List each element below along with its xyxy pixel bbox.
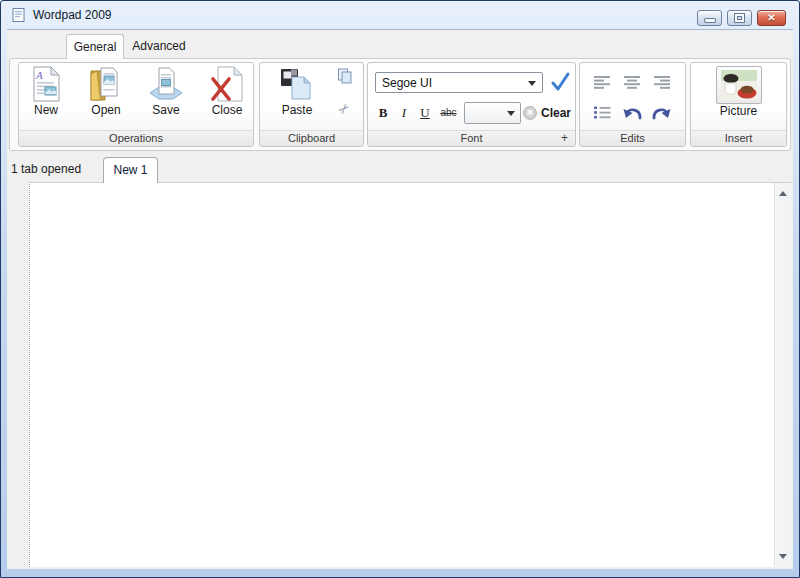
align-left-button[interactable] bbox=[591, 72, 615, 92]
editor-content[interactable] bbox=[30, 183, 774, 567]
group-edits: Edits bbox=[579, 62, 686, 147]
clear-format-button[interactable]: ✕ Clear bbox=[523, 102, 571, 124]
open-button-label: Open bbox=[81, 103, 131, 117]
scroll-up-icon bbox=[779, 191, 787, 196]
tab-advanced[interactable]: Advanced bbox=[128, 34, 190, 59]
redo-icon bbox=[651, 104, 673, 122]
picture-icon bbox=[716, 66, 762, 104]
close-document-button[interactable]: Close bbox=[202, 65, 252, 129]
font-dialog-launcher[interactable]: + bbox=[561, 131, 568, 146]
copy-icon bbox=[337, 68, 353, 84]
dropdown-arrow-icon bbox=[528, 81, 536, 86]
picture-button-label: Picture bbox=[710, 104, 768, 118]
scroll-down-button[interactable] bbox=[775, 549, 791, 564]
close-icon: ✕ bbox=[767, 11, 775, 25]
align-right-button[interactable] bbox=[650, 72, 674, 92]
align-center-button[interactable] bbox=[620, 72, 644, 92]
ribbon: A New bbox=[9, 58, 791, 151]
clear-format-label: Clear bbox=[541, 106, 571, 120]
group-label-operations: Operations bbox=[19, 130, 253, 146]
client-area: General Advanced A bbox=[7, 29, 793, 569]
group-label-edits: Edits bbox=[580, 130, 685, 146]
bullet-list-button[interactable] bbox=[591, 103, 615, 123]
paste-button-label: Paste bbox=[270, 103, 324, 117]
copy-button[interactable] bbox=[336, 68, 354, 86]
open-button[interactable]: Open bbox=[81, 65, 131, 129]
new-button-label: New bbox=[21, 103, 71, 117]
cut-button[interactable]: ✂ bbox=[335, 99, 353, 117]
editor-area bbox=[29, 182, 791, 567]
save-button-label: Save bbox=[141, 103, 191, 117]
group-clipboard: Paste ✂ Clipboard bbox=[259, 62, 364, 147]
window-title: Wordpad 2009 bbox=[33, 8, 112, 22]
paste-button[interactable]: Paste bbox=[270, 65, 324, 129]
underline-button[interactable]: U bbox=[415, 102, 435, 124]
titlebar: Wordpad 2009 ✕ bbox=[1, 1, 799, 29]
close-button-label: Close bbox=[202, 103, 252, 117]
group-label-font: Font bbox=[368, 130, 575, 146]
scroll-down-icon bbox=[779, 554, 787, 559]
bullet-list-icon bbox=[594, 106, 611, 119]
group-font: Segoe UI B I U abc ✕ Clear bbox=[367, 62, 576, 147]
font-family-value: Segoe UI bbox=[382, 76, 432, 90]
new-button[interactable]: A New bbox=[21, 65, 71, 129]
group-operations: A New bbox=[18, 62, 254, 147]
document-tab-new1[interactable]: New 1 bbox=[103, 157, 158, 183]
maximize-icon bbox=[735, 14, 744, 22]
scroll-up-button[interactable] bbox=[775, 186, 791, 201]
undo-icon bbox=[621, 104, 643, 122]
vertical-scrollbar[interactable] bbox=[774, 183, 791, 567]
italic-button[interactable]: I bbox=[394, 102, 414, 124]
undo-button[interactable] bbox=[620, 103, 644, 123]
align-right-icon bbox=[654, 76, 671, 89]
new-document-icon: A bbox=[28, 65, 64, 103]
tab-general[interactable]: General bbox=[66, 34, 124, 59]
svg-text:A: A bbox=[35, 69, 43, 81]
save-button[interactable]: Save bbox=[141, 65, 191, 129]
dropdown-arrow-icon bbox=[507, 111, 515, 116]
check-icon bbox=[549, 71, 571, 93]
save-document-icon bbox=[148, 65, 184, 103]
redo-button[interactable] bbox=[650, 103, 674, 123]
tab-count-status: 1 tab opened bbox=[11, 162, 81, 176]
close-button[interactable]: ✕ bbox=[757, 10, 786, 26]
window-controls: ✕ bbox=[697, 10, 786, 26]
open-folder-icon bbox=[88, 65, 124, 103]
edits-tools bbox=[588, 67, 677, 128]
strikethrough-button[interactable]: abc bbox=[436, 102, 461, 124]
paste-icon bbox=[279, 65, 315, 103]
group-insert: Picture Insert bbox=[690, 62, 787, 147]
close-document-icon bbox=[209, 65, 245, 103]
align-left-icon bbox=[594, 76, 611, 89]
insert-picture-button[interactable]: Picture bbox=[710, 66, 768, 130]
clear-format-icon: ✕ bbox=[523, 106, 537, 120]
group-label-insert: Insert bbox=[691, 130, 786, 146]
group-label-clipboard: Clipboard bbox=[260, 130, 363, 146]
cut-scissors-icon: ✂ bbox=[334, 99, 353, 118]
app-icon[interactable] bbox=[11, 7, 26, 23]
font-size-select[interactable] bbox=[464, 102, 521, 124]
minimize-button[interactable] bbox=[697, 10, 722, 26]
bold-button[interactable]: B bbox=[373, 102, 393, 124]
apply-font-button[interactable] bbox=[549, 71, 571, 93]
align-center-icon bbox=[624, 76, 641, 89]
app-window: Wordpad 2009 ✕ General Advanced bbox=[0, 0, 800, 578]
font-family-select[interactable]: Segoe UI bbox=[375, 72, 543, 93]
minimize-icon bbox=[705, 19, 715, 22]
maximize-button[interactable] bbox=[727, 10, 752, 26]
